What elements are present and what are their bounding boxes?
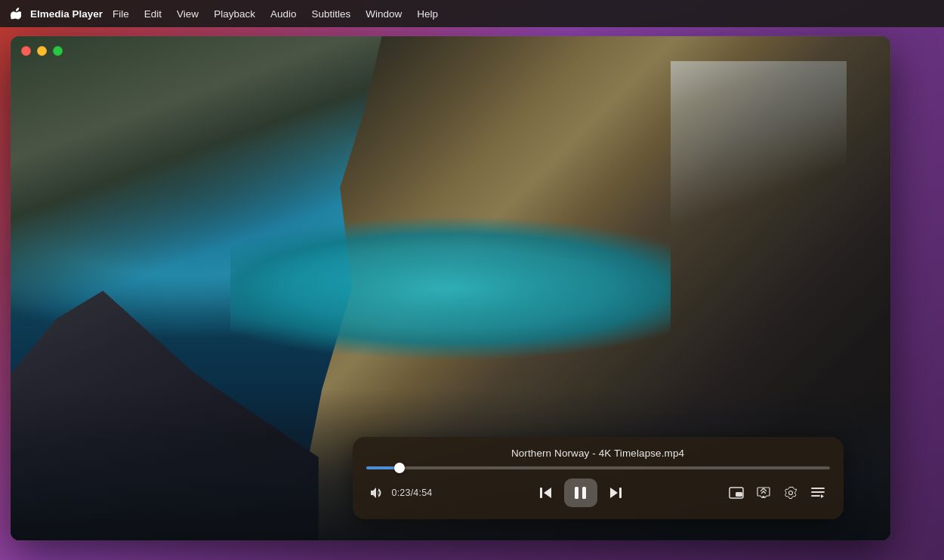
svg-rect-3	[619, 488, 622, 498]
controls-row: 0:23/4:54	[366, 478, 830, 507]
menu-window[interactable]: Window	[359, 6, 409, 22]
svg-rect-1	[575, 487, 578, 499]
pause-button[interactable]	[564, 478, 597, 507]
waves	[671, 61, 847, 238]
apple-menu[interactable]	[9, 6, 24, 21]
airplay-button[interactable]	[751, 481, 776, 505]
traffic-lights	[21, 46, 63, 56]
app-window: Northern Norway - 4K Timelapse.mp4 0:23/…	[11, 36, 890, 540]
svg-rect-5	[736, 492, 742, 497]
volume-section: 0:23/4:54	[366, 482, 433, 503]
menubar-items: File Edit View Playback Audio Subtitles …	[106, 6, 445, 22]
pip-button[interactable]	[724, 481, 748, 505]
close-button[interactable]	[21, 46, 31, 56]
center-controls	[532, 478, 629, 507]
svg-rect-2	[582, 487, 586, 499]
maximize-button[interactable]	[53, 46, 63, 56]
progress-bar[interactable]	[366, 466, 830, 469]
svg-point-6	[788, 491, 792, 495]
menu-edit[interactable]: Edit	[137, 6, 168, 22]
playlist-button[interactable]	[806, 481, 830, 505]
right-controls	[724, 481, 830, 505]
turquoise-water	[230, 213, 671, 364]
settings-button[interactable]	[779, 481, 803, 505]
menu-file[interactable]: File	[106, 6, 136, 22]
app-name[interactable]: Elmedia Player	[30, 8, 103, 20]
skip-forward-button[interactable]	[602, 479, 629, 506]
player-controls: Northern Norway - 4K Timelapse.mp4 0:23/…	[353, 437, 844, 519]
menu-playback[interactable]: Playback	[207, 6, 262, 22]
menu-subtitles[interactable]: Subtitles	[304, 6, 357, 22]
menu-help[interactable]: Help	[410, 6, 445, 22]
menu-audio[interactable]: Audio	[264, 6, 304, 22]
progress-bar-thumb[interactable]	[394, 463, 405, 473]
skip-back-button[interactable]	[532, 479, 560, 506]
menubar: Elmedia Player File Edit View Playback A…	[0, 0, 944, 27]
svg-rect-0	[540, 488, 542, 498]
volume-button[interactable]	[366, 482, 387, 503]
menu-view[interactable]: View	[170, 6, 205, 22]
player-title: Northern Norway - 4K Timelapse.mp4	[366, 448, 830, 459]
time-display: 0:23/4:54	[392, 488, 433, 498]
minimize-button[interactable]	[37, 46, 47, 56]
